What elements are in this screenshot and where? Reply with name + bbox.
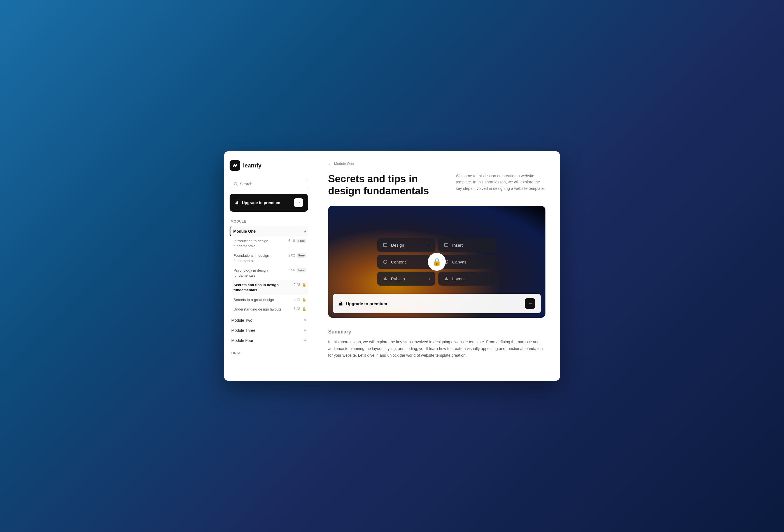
- back-arrow-icon: ←: [328, 161, 332, 166]
- breadcrumb[interactable]: ← Module One: [328, 161, 545, 166]
- search-icon: [234, 182, 238, 186]
- upgrade-overlay-button[interactable]: →: [525, 298, 535, 309]
- lesson-duration: 6:32: [294, 297, 300, 301]
- list-item[interactable]: Secrets and tips in design fundamentals …: [232, 280, 308, 295]
- lesson-title-main: Secrets and tips in design fundamentals: [328, 173, 442, 197]
- menu-label-content: Content: [391, 259, 406, 264]
- lesson-lock-icon: 🔒: [302, 307, 306, 311]
- free-badge: Free: [297, 239, 306, 243]
- menu-card-left: Content: [382, 259, 406, 265]
- links-label: Links: [230, 351, 308, 355]
- lesson-duration: 2:02: [288, 253, 295, 257]
- module-three-chevron: [304, 329, 306, 332]
- menu-card-design: Design ›: [377, 238, 436, 252]
- sidebar: learnfy Upgrade to premium → Module Modu…: [224, 151, 314, 381]
- lesson-meta: 1:48 🔒: [294, 307, 306, 311]
- module-section-label: Module: [230, 220, 308, 223]
- main-content: ← Module One Secrets and tips in design …: [314, 151, 560, 381]
- publish-icon: [382, 276, 388, 282]
- lesson-title: Understanding design layouts: [233, 307, 291, 312]
- menu-card-left: Canvas: [443, 259, 467, 265]
- links-section: Links: [230, 351, 308, 358]
- sidebar-item-module-two[interactable]: Module Two: [230, 315, 308, 325]
- svg-rect-2: [235, 202, 238, 204]
- lesson-duration: 6:18: [288, 239, 295, 243]
- module-two-label: Module Two: [231, 318, 252, 323]
- lesson-meta: 6:32 🔒: [294, 297, 306, 302]
- lesson-duration: 3:56: [288, 268, 295, 272]
- upgrade-overlay-left: Upgrade to premium: [338, 301, 387, 306]
- search-input[interactable]: [240, 182, 304, 186]
- menu-card-left: Publish: [382, 276, 405, 282]
- lock-icon: [235, 200, 239, 205]
- summary-text: In this short lesson, we will explore th…: [328, 339, 545, 359]
- app-container: learnfy Upgrade to premium → Module Modu…: [224, 151, 560, 381]
- lesson-lock-icon: 🔒: [302, 282, 306, 287]
- list-item[interactable]: Foundations in design fundamentals 2:02 …: [232, 251, 308, 265]
- lesson-title: Introduction to design fundamentals: [233, 239, 286, 249]
- search-box[interactable]: [230, 179, 308, 189]
- video-area[interactable]: Design › Insert: [328, 206, 545, 318]
- list-item[interactable]: Understanding design layouts 1:48 🔒: [232, 305, 308, 314]
- list-item[interactable]: Psychology in design fundamentals 3:56 F…: [232, 266, 308, 280]
- menu-label-publish: Publish: [391, 276, 405, 281]
- menu-arrow-publish: ›: [429, 277, 430, 281]
- module-one-label: Module One: [233, 229, 256, 233]
- logo-area: learnfy: [230, 160, 308, 171]
- menu-arrow-design: ›: [429, 243, 430, 247]
- menu-label-canvas: Canvas: [452, 259, 467, 264]
- design-icon: [382, 242, 388, 248]
- summary-section: Summary In this short lesson, we will ex…: [328, 329, 545, 359]
- free-badge: Free: [297, 253, 306, 258]
- menu-card-content: Content: [377, 255, 436, 269]
- lesson-header: Secrets and tips in design fundamentals …: [328, 173, 545, 197]
- svg-line-1: [236, 185, 238, 186]
- insert-icon: [443, 242, 449, 248]
- lesson-duration: 1:48: [294, 307, 300, 311]
- lesson-meta: 2:02 Free: [288, 253, 306, 258]
- lesson-title: Secrets to a great design: [233, 297, 291, 302]
- upgrade-lock-icon: [338, 301, 343, 306]
- module-three-label: Module Three: [231, 328, 255, 333]
- lesson-list-module-one: Introduction to design fundamentals 6:18…: [230, 236, 308, 314]
- menu-card-canvas: Canvas: [438, 255, 497, 269]
- lesson-description: Welcome to this lesson on creating a web…: [456, 173, 545, 192]
- video-upgrade-overlay[interactable]: Upgrade to premium →: [333, 294, 541, 313]
- content-icon: [382, 259, 388, 265]
- module-two-chevron: [304, 318, 306, 322]
- lesson-meta: 3:56 Free: [288, 268, 306, 273]
- module-four-label: Module Four: [231, 338, 253, 343]
- sidebar-item-module-three[interactable]: Module Three: [230, 325, 308, 335]
- lesson-meta: 2:48 🔒: [294, 282, 306, 287]
- module-four-chevron: [304, 338, 306, 342]
- list-item[interactable]: Introduction to design fundamentals 6:18…: [232, 236, 308, 251]
- upgrade-premium-button[interactable]: Upgrade to premium →: [230, 194, 308, 212]
- logo-icon: [230, 160, 240, 171]
- video-lock-icon: 🔒: [428, 253, 446, 271]
- menu-card-layout: Layout: [438, 272, 497, 286]
- menu-card-insert: Insert: [438, 238, 497, 252]
- upgrade-arrow-icon: →: [294, 198, 303, 207]
- sidebar-item-module-four[interactable]: Module Four: [230, 335, 308, 345]
- lesson-title: Secrets and tips in design fundamentals: [233, 282, 291, 292]
- app-name: learnfy: [243, 162, 261, 169]
- list-item[interactable]: Secrets to a great design 6:32 🔒: [232, 295, 308, 305]
- upgrade-overlay-label: Upgrade to premium: [346, 301, 387, 306]
- summary-title: Summary: [328, 329, 545, 335]
- free-badge: Free: [297, 268, 306, 273]
- lesson-lock-icon: 🔒: [302, 297, 306, 302]
- layout-icon: [443, 276, 449, 282]
- lesson-title: Foundations in design fundamentals: [233, 253, 286, 263]
- menu-card-left: Layout: [443, 276, 465, 282]
- svg-rect-3: [339, 303, 342, 306]
- module-one-chevron: [304, 229, 306, 233]
- menu-card-publish: Publish ›: [377, 272, 436, 286]
- sidebar-item-module-one[interactable]: Module One: [230, 226, 308, 236]
- menu-label-insert: Insert: [452, 243, 463, 248]
- lesson-duration: 2:48: [294, 283, 300, 287]
- breadcrumb-text: Module One: [334, 162, 354, 166]
- lesson-title: Psychology in design fundamentals: [233, 268, 286, 278]
- menu-label-layout: Layout: [452, 276, 465, 281]
- menu-card-left: Design: [382, 242, 404, 248]
- menu-card-left: Insert: [443, 242, 463, 248]
